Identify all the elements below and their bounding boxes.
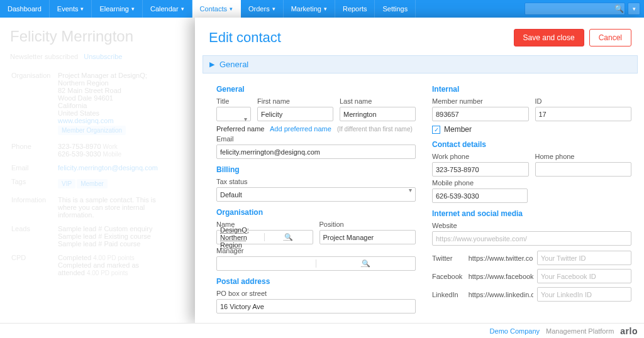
nav-events[interactable]: Events▾ <box>50 0 92 18</box>
email-input[interactable] <box>216 144 416 159</box>
group-postal: Postal address <box>216 277 416 286</box>
nav-marketing[interactable]: Marketing▾ <box>284 0 335 18</box>
po-label: PO box or street <box>216 290 416 297</box>
search-icon: 🔍 <box>264 233 312 241</box>
position-label: Position <box>319 221 416 228</box>
brand-logo: arlo <box>620 326 638 336</box>
nav-settings[interactable]: Settings <box>375 0 416 18</box>
home-phone-input[interactable] <box>535 162 632 177</box>
work-phone-input[interactable] <box>432 162 529 177</box>
twitter-label: Twitter <box>432 254 465 262</box>
group-contact-details: Contact details <box>432 140 631 149</box>
group-internal: Internal <box>432 85 631 94</box>
footer-platform-text: Management Platform <box>546 327 614 335</box>
global-search: 🔍 ▾ <box>525 0 644 18</box>
work-phone-label: Work phone <box>432 153 529 160</box>
search-input[interactable] <box>528 5 614 13</box>
top-nav: Dashboard Events▾ Elearning▾ Calendar▾ C… <box>0 0 644 18</box>
nav-elearning[interactable]: Elearning▾ <box>92 0 142 18</box>
tax-status-label: Tax status <box>216 178 416 185</box>
facebook-label: Facebook <box>432 273 465 280</box>
first-name-input[interactable] <box>257 107 333 121</box>
group-general: General <box>216 85 416 94</box>
chevron-down-icon: ▾ <box>633 6 636 12</box>
search-input-wrap[interactable]: 🔍 <box>525 3 625 15</box>
last-name-label: Last name <box>340 97 416 105</box>
member-checkbox-label: Member <box>444 125 472 134</box>
id-label: ID <box>535 97 632 105</box>
nav-calendar[interactable]: Calendar▾ <box>143 0 192 18</box>
nav-reports[interactable]: Reports <box>335 0 375 18</box>
twitter-prefix: https://www.twitter.com/ <box>469 254 533 262</box>
group-billing: Billing <box>216 165 416 174</box>
website-label: Website <box>432 222 631 229</box>
title-select[interactable] <box>216 107 251 121</box>
member-checkbox[interactable]: ✓ <box>432 126 440 134</box>
facebook-input[interactable] <box>537 269 631 283</box>
chevron-down-icon: ▾ <box>181 6 184 12</box>
footer: Demo Company Management Platform arlo <box>0 323 644 338</box>
add-preferred-name-link[interactable]: Add preferred name <box>270 125 331 133</box>
website-input[interactable] <box>432 231 631 246</box>
manager-lookup[interactable]: 🔍 <box>216 256 416 271</box>
tax-status-select[interactable]: Default <box>216 187 416 202</box>
title-label: Title <box>216 97 251 105</box>
linkedin-input[interactable] <box>537 287 631 302</box>
edit-contact-panel: Edit contact Save and close Cancel ▶ Gen… <box>195 18 644 323</box>
chevron-down-icon: ▾ <box>272 6 275 12</box>
org-name-lookup[interactable]: DesignQ; Northern Region 🔍 <box>216 230 313 244</box>
member-number-input[interactable] <box>432 107 529 121</box>
preferred-name-hint: (If different than first name) <box>337 126 413 133</box>
chevron-down-icon: ▾ <box>230 6 233 12</box>
position-input[interactable] <box>319 230 416 244</box>
mobile-phone-input[interactable] <box>432 188 528 203</box>
chevron-down-icon: ▾ <box>80 6 84 12</box>
search-icon: 🔍 <box>316 259 415 268</box>
save-and-close-button[interactable]: Save and close <box>514 29 584 46</box>
first-name-label: First name <box>257 97 333 105</box>
preferred-name-label: Preferred name <box>216 125 264 133</box>
mobile-phone-label: Mobile phone <box>432 179 528 187</box>
email-label: Email <box>216 135 416 143</box>
linkedin-label: LinkedIn <box>432 291 465 298</box>
demo-company-link[interactable]: Demo Company <box>490 327 540 335</box>
search-dropdown-button[interactable]: ▾ <box>628 3 640 15</box>
last-name-input[interactable] <box>340 107 416 121</box>
nav-orders[interactable]: Orders▾ <box>241 0 284 18</box>
home-phone-label: Home phone <box>535 153 632 160</box>
group-social: Internet and social media <box>432 209 631 218</box>
cancel-button[interactable]: Cancel <box>589 29 631 46</box>
member-number-label: Member number <box>432 97 529 105</box>
group-organisation: Organisation <box>216 208 416 217</box>
section-general-header[interactable]: ▶ General <box>203 55 638 74</box>
nav-contacts[interactable]: Contacts▾ <box>192 0 241 18</box>
po-input[interactable] <box>216 299 416 313</box>
nav-dashboard[interactable]: Dashboard <box>0 0 50 18</box>
linkedin-prefix: https://www.linkedin.com/ <box>469 291 533 298</box>
search-icon: 🔍 <box>614 4 624 13</box>
chevron-right-icon: ▶ <box>209 60 214 68</box>
chevron-down-icon: ▾ <box>131 6 135 12</box>
twitter-input[interactable] <box>537 251 631 265</box>
facebook-prefix: https://www.facebook.com/ <box>469 273 533 280</box>
chevron-down-icon: ▾ <box>324 6 327 12</box>
panel-title: Edit contact <box>209 30 514 46</box>
id-input[interactable] <box>535 107 632 121</box>
